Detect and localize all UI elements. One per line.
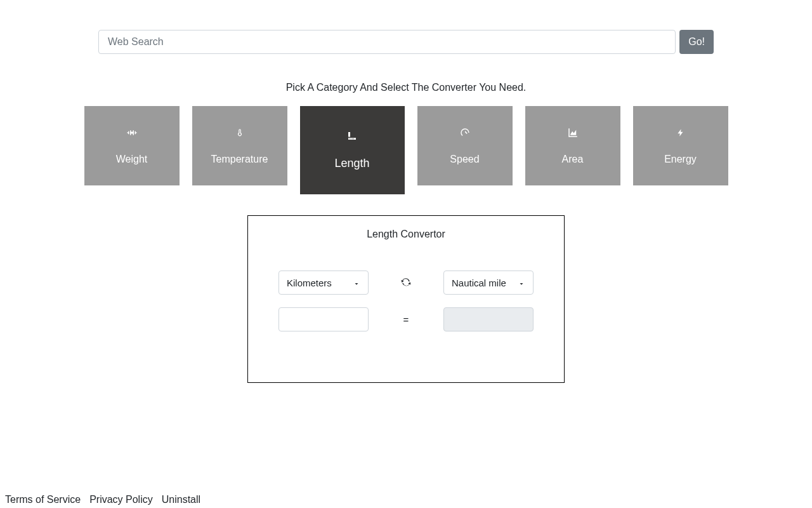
chevron-down-icon: [518, 279, 525, 286]
category-weight[interactable]: Weight: [84, 106, 180, 185]
category-label: Weight: [116, 154, 148, 165]
swap-icon[interactable]: [399, 276, 413, 290]
dumbbell-icon: [126, 127, 138, 138]
thermometer-icon: [234, 127, 246, 138]
from-value-input[interactable]: [278, 307, 369, 331]
terms-of-service-link[interactable]: Terms of Service: [5, 494, 81, 505]
category-label: Length: [334, 157, 369, 170]
converter-title: Length Convertor: [273, 229, 539, 240]
to-unit-value: Nautical mile: [452, 277, 506, 288]
from-unit-value: Kilometers: [287, 277, 332, 288]
to-unit-select[interactable]: Nautical mile: [443, 271, 534, 295]
search-bar: Go!: [98, 30, 714, 54]
category-area[interactable]: Area: [525, 106, 620, 185]
instruction-text: Pick A Category And Select The Converter…: [0, 82, 812, 93]
category-speed[interactable]: Speed: [417, 106, 513, 185]
category-length[interactable]: Length: [300, 106, 405, 194]
category-energy[interactable]: Energy: [633, 106, 728, 185]
from-unit-select[interactable]: Kilometers: [278, 271, 369, 295]
bolt-icon: [675, 127, 686, 138]
search-input[interactable]: [98, 30, 676, 54]
uninstall-link[interactable]: Uninstall: [162, 494, 200, 505]
privacy-policy-link[interactable]: Privacy Policy: [89, 494, 153, 505]
chevron-down-icon: [353, 279, 360, 286]
category-label: Area: [562, 154, 584, 165]
footer-links: Terms of Service Privacy Policy Uninstal…: [5, 494, 200, 505]
ruler-icon: [346, 130, 358, 142]
search-go-button[interactable]: Go!: [679, 30, 714, 54]
equals-label: =: [399, 314, 413, 325]
converter-panel: Length Convertor Kilometers Nautical mil…: [247, 215, 565, 383]
category-label: Temperature: [211, 154, 268, 165]
category-temperature[interactable]: Temperature: [192, 106, 287, 185]
category-row: Weight Temperature Length Speed Area Ene…: [0, 106, 812, 194]
to-value-output: [443, 307, 534, 331]
category-label: Speed: [450, 154, 479, 165]
category-label: Energy: [664, 154, 697, 165]
area-chart-icon: [567, 127, 579, 138]
gauge-icon: [459, 127, 471, 138]
